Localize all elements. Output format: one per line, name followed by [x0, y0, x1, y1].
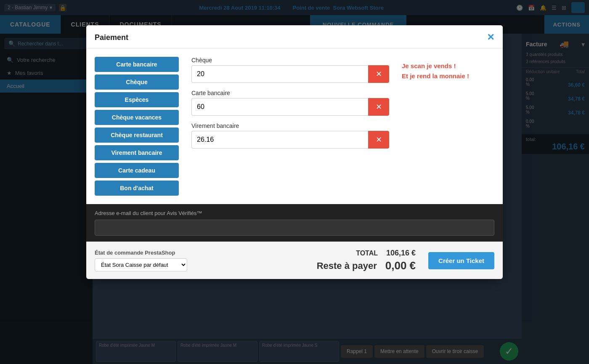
order-state-section: État de commande PrestaShop État Sora Ca…	[95, 250, 187, 271]
entry-input-2[interactable]	[191, 131, 368, 149]
entry-input-row-1: ✕	[191, 98, 389, 116]
modal-close-button[interactable]: ✕	[487, 32, 494, 43]
payment-entry-2: Virement bancaire ✕	[191, 122, 389, 149]
pay-btn-cheque-vacances[interactable]: Chèque vacances	[95, 110, 179, 125]
modal-header: Paiement ✕	[86, 25, 503, 48]
info-panel: Je scan je vends ! Et je rend la monnaie…	[402, 57, 494, 196]
payment-entries: Chèque ✕ Carte bancaire ✕ Virement banca…	[191, 57, 389, 196]
payment-entry-0: Chèque ✕	[191, 57, 389, 83]
payment-entry-1: Carte bancaire ✕	[191, 90, 389, 116]
pay-btn-especes[interactable]: Espèces	[95, 92, 179, 107]
email-input[interactable]	[95, 220, 494, 236]
email-label: Adresse e-mail du client pour Avis Vérif…	[95, 210, 494, 216]
payment-modal: Paiement ✕ Carte bancaire Chèque Espèces…	[86, 25, 503, 279]
pay-btn-virement[interactable]: Virement bancaire	[95, 145, 179, 160]
order-state-label: État de commande PrestaShop	[95, 250, 187, 256]
entry-remove-0[interactable]: ✕	[368, 65, 389, 83]
entry-input-row-2: ✕	[191, 131, 389, 149]
entry-label-1: Carte bancaire	[191, 90, 389, 96]
order-state-select[interactable]: État Sora Caisse par défaut	[95, 258, 187, 271]
resta-amount: 0,00 €	[385, 259, 416, 272]
info-line-1: Je scan je vends !	[402, 61, 494, 71]
total-amount: 106,16 €	[386, 249, 416, 258]
entry-remove-1[interactable]: ✕	[368, 98, 389, 116]
entry-label-0: Chèque	[191, 57, 389, 64]
modal-title: Paiement	[95, 33, 128, 42]
resta-label: Reste à payer	[317, 260, 377, 271]
pay-btn-cheque-restaurant[interactable]: Chèque restaurant	[95, 128, 179, 143]
modal-body: Carte bancaire Chèque Espèces Chèque vac…	[86, 48, 503, 204]
entry-input-1[interactable]	[191, 98, 368, 116]
totals-and-btn: TOTAL 106,16 € Reste à payer 0,00 € Crée…	[317, 249, 494, 272]
pay-btn-carte-bancaire[interactable]: Carte bancaire	[95, 57, 179, 72]
modal-overlay: Paiement ✕ Carte bancaire Chèque Espèces…	[0, 0, 589, 364]
total-label: TOTAL	[356, 250, 378, 257]
create-ticket-button[interactable]: Créer un Ticket	[428, 252, 494, 269]
pay-btn-bon-achat[interactable]: Bon d'achat	[95, 181, 179, 196]
entry-remove-2[interactable]: ✕	[368, 131, 389, 149]
pay-btn-cheque[interactable]: Chèque	[95, 74, 179, 90]
entry-input-0[interactable]	[191, 65, 368, 83]
resta-row: Reste à payer 0,00 €	[317, 259, 416, 272]
modal-footer: État de commande PrestaShop État Sora Ca…	[86, 242, 503, 279]
email-section: Adresse e-mail du client pour Avis Vérif…	[86, 204, 503, 242]
entry-label-2: Virement bancaire	[191, 122, 389, 129]
totals-area: TOTAL 106,16 € Reste à payer 0,00 €	[317, 249, 416, 272]
total-row: TOTAL 106,16 €	[356, 249, 416, 258]
info-line-2: Et je rend la monnaie !	[402, 71, 494, 81]
payment-methods-list: Carte bancaire Chèque Espèces Chèque vac…	[95, 57, 179, 196]
pay-btn-carte-cadeau[interactable]: Carte cadeau	[95, 163, 179, 178]
entry-input-row-0: ✕	[191, 65, 389, 83]
